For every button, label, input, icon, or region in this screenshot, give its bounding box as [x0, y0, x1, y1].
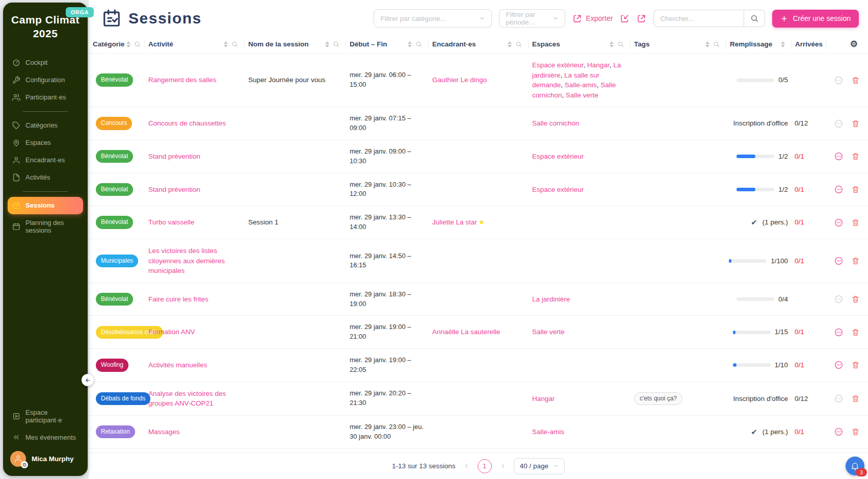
sort-icon[interactable] [408, 41, 412, 47]
column-search-icon[interactable] [134, 41, 141, 47]
chat-icon[interactable] [834, 360, 844, 370]
sidebar-item-participant-es[interactable]: Participant·es [8, 89, 83, 106]
column-search-icon[interactable] [713, 41, 720, 47]
page-number[interactable]: 1 [478, 459, 492, 473]
space-link[interactable]: Espace extérieur [532, 61, 584, 69]
sidebar-item-activites[interactable]: Activités [8, 169, 83, 186]
page-size-select[interactable]: 40 / page [514, 458, 565, 474]
export-button[interactable]: Exporter [572, 14, 613, 23]
avatar[interactable]: ⚙ [10, 451, 26, 467]
search-input[interactable] [653, 10, 744, 27]
notifications-button[interactable]: 3 [846, 457, 864, 475]
column-header-espaces[interactable]: Espaces [528, 35, 630, 53]
sort-icon[interactable] [705, 41, 709, 47]
chat-icon[interactable] [834, 75, 844, 85]
import-button[interactable] [620, 14, 629, 23]
sort-icon[interactable] [325, 41, 329, 47]
chat-icon[interactable] [834, 427, 844, 437]
category-badge[interactable]: Bénévolat [96, 73, 133, 86]
chat-icon[interactable] [834, 327, 844, 337]
chat-icon[interactable] [834, 394, 844, 404]
activity-link[interactable]: Faire cuire les frites [148, 295, 208, 303]
column-search-icon[interactable] [415, 41, 422, 47]
delete-icon[interactable] [851, 328, 860, 337]
space-link[interactable]: Salle-amis [565, 81, 597, 89]
sidebar-item-espace-participant-e[interactable]: Espace participant·e [8, 404, 83, 428]
activity-link[interactable]: Activités manuelles [148, 361, 207, 369]
create-session-button[interactable]: Créer une session [772, 10, 859, 28]
sidebar-item-categories[interactable]: Catégories [8, 117, 83, 134]
category-badge[interactable]: Woofing [96, 359, 128, 371]
space-link[interactable]: Hangar [587, 61, 610, 69]
column-header-tags[interactable]: Tags [630, 35, 726, 53]
column-header-debut-fin[interactable]: Début – Fin [346, 35, 428, 53]
activity-link[interactable]: Stand prévention [148, 186, 200, 193]
user-menu[interactable]: ⚙ Mica Murphy [3, 446, 88, 476]
leader-link[interactable]: Annaëlle La sauterelle [432, 328, 501, 336]
column-search-icon[interactable] [231, 41, 238, 47]
leader-link[interactable]: Gauthier Le dingo [432, 76, 487, 84]
space-link[interactable]: Espace extérieur [532, 153, 584, 160]
column-header-activite[interactable]: Activité [144, 35, 244, 53]
category-badge[interactable]: Bénévolat [96, 216, 133, 229]
delete-icon[interactable] [851, 119, 860, 128]
activity-link[interactable]: Concours de chaussettes [148, 119, 226, 127]
category-badge[interactable]: Débats de fonds [96, 392, 150, 405]
column-search-icon[interactable] [333, 41, 339, 47]
activity-link[interactable]: Stand prévention [148, 153, 200, 160]
sort-icon[interactable] [126, 41, 130, 47]
filter-category-select[interactable]: Filtrer par catégorie... [374, 9, 492, 28]
chat-icon[interactable] [834, 218, 844, 228]
category-badge[interactable]: Municipales [96, 255, 138, 267]
chat-icon[interactable] [834, 185, 844, 194]
space-link[interactable]: La jardinière [532, 295, 570, 303]
space-link[interactable]: Salle verte [532, 328, 565, 336]
chat-icon[interactable] [834, 152, 844, 161]
delete-icon[interactable] [851, 218, 860, 227]
filter-period-select[interactable]: Filtrer par période... [499, 9, 565, 28]
delete-icon[interactable] [851, 295, 860, 304]
column-header-nom-de-la-session[interactable]: Nom de la session [244, 35, 346, 53]
table-settings-icon[interactable]: ⚙ [850, 40, 858, 48]
sort-icon[interactable] [781, 41, 785, 47]
sort-icon[interactable] [610, 41, 614, 47]
column-search-icon[interactable] [617, 41, 624, 47]
tag-chip[interactable]: c'ets quoi ça? [634, 392, 682, 405]
delete-icon[interactable] [851, 427, 860, 436]
delete-icon[interactable] [851, 152, 860, 161]
category-badge[interactable]: Bénévolat [96, 183, 133, 196]
category-badge[interactable]: Concours [96, 117, 132, 130]
sort-icon[interactable] [224, 41, 228, 47]
sidebar-item-encadrant-es[interactable]: Encadrant·es [8, 152, 83, 169]
space-link[interactable]: Hangar [532, 395, 555, 402]
activity-link[interactable]: Les victoires des listes citoyennes aux … [148, 247, 225, 274]
space-link[interactable]: Salle cornichon [532, 119, 579, 127]
category-badge[interactable]: Bénévolat [96, 150, 133, 163]
activity-link[interactable]: Analyse des victoires des groupes ANV-CO… [148, 390, 226, 408]
sort-icon[interactable] [508, 41, 512, 47]
import-sessions-button[interactable] [637, 14, 646, 23]
category-badge[interactable]: Bénévolat [96, 293, 133, 306]
column-header-categorie[interactable]: Catégorie [89, 35, 144, 53]
leader-link[interactable]: Juliette La star [432, 218, 477, 226]
activity-link[interactable]: Rangement des salles [148, 76, 217, 84]
column-header-encadrant-es[interactable]: Encadrant·es [428, 35, 528, 53]
chat-icon[interactable] [834, 294, 844, 304]
chat-icon[interactable] [834, 119, 844, 129]
column-header-arrivees[interactable]: Arrivées [791, 35, 826, 53]
chat-icon[interactable] [834, 256, 844, 266]
sidebar-item-sessions[interactable]: Sessions [8, 197, 83, 214]
search-button[interactable] [744, 10, 765, 27]
sidebar-item-configuration[interactable]: Configuration [8, 71, 83, 89]
sidebar-collapse-button[interactable] [82, 374, 94, 386]
activity-link[interactable]: Formation ANV [148, 328, 195, 336]
space-link[interactable]: Espace extérieur [532, 186, 584, 193]
delete-icon[interactable] [851, 257, 860, 265]
space-link[interactable]: Salle-amis [532, 428, 564, 436]
sidebar-item-mes-evenements[interactable]: Mes événements [8, 428, 83, 446]
sidebar-item-planning-des-sessions[interactable]: Planning des sessions [8, 214, 83, 239]
delete-icon[interactable] [851, 185, 860, 194]
next-page-icon[interactable] [499, 463, 506, 469]
activity-link[interactable]: Massages [148, 428, 180, 436]
delete-icon[interactable] [851, 394, 860, 403]
